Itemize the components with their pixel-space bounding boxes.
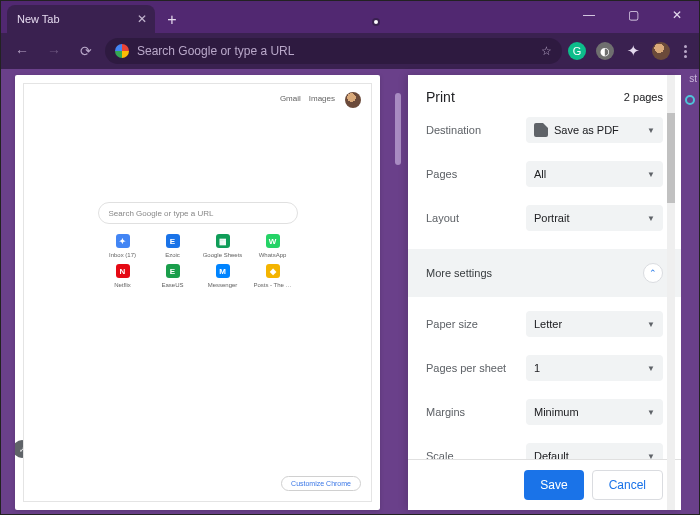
customize-chrome-button: Customize Chrome: [281, 476, 361, 491]
shortcut-icon: M: [216, 264, 230, 278]
shortcut-icon: ◆: [266, 264, 280, 278]
margins-select[interactable]: Minimum▼: [526, 399, 663, 425]
shortcut-label: Ezoic: [165, 252, 180, 258]
maximize-button[interactable]: ▢: [611, 1, 655, 29]
new-tab-button[interactable]: +: [159, 7, 185, 33]
shortcut-item: ✦Inbox (17): [98, 234, 148, 258]
shortcut-label: WhatsApp: [259, 252, 287, 258]
shortcut-label: Posts - The …: [253, 282, 291, 288]
close-icon[interactable]: ✕: [137, 12, 147, 26]
shortcut-item: EEaseUS: [148, 264, 198, 288]
cancel-button[interactable]: Cancel: [592, 470, 663, 500]
chevron-down-icon: ▼: [647, 170, 655, 179]
shortcut-icon: ▦: [216, 234, 230, 248]
scale-label: Scale: [426, 450, 526, 459]
shortcut-label: Google Sheets: [203, 252, 243, 258]
print-dialog: Print 2 pages Destination Save as PDF▼ P…: [408, 75, 681, 510]
shortcut-icon: E: [166, 264, 180, 278]
pages-label: Pages: [426, 168, 526, 180]
shortcut-item: MMessenger: [198, 264, 248, 288]
profile-avatar[interactable]: [652, 42, 670, 60]
shortcut-item: ▦Google Sheets: [198, 234, 248, 258]
preview-page: Gmail Images Search Google or type a URL…: [23, 83, 372, 502]
record-icon: [372, 18, 380, 26]
close-window-button[interactable]: ✕: [655, 1, 699, 29]
extension-icons: G ◐ ✦: [568, 42, 691, 60]
omnibox[interactable]: Search Google or type a URL ☆: [105, 38, 562, 64]
window-titlebar: New Tab ✕ + — ▢ ✕: [1, 1, 699, 33]
layout-label: Layout: [426, 212, 526, 224]
chevron-down-icon: ▼: [647, 408, 655, 417]
scale-select[interactable]: Default▼: [526, 443, 663, 459]
scrollbar-thumb[interactable]: [395, 93, 401, 165]
edge-badge-icon: [685, 95, 695, 105]
google-icon: [115, 44, 129, 58]
page-count: 2 pages: [624, 91, 663, 103]
star-icon[interactable]: ☆: [541, 44, 552, 58]
shortcut-item: WWhatsApp: [248, 234, 298, 258]
shortcut-label: Inbox (17): [109, 252, 136, 258]
window-controls: — ▢ ✕: [567, 1, 699, 29]
edge-text: st: [689, 73, 697, 84]
print-title: Print: [426, 89, 455, 105]
shortcut-item: NNetflix: [98, 264, 148, 288]
save-button[interactable]: Save: [524, 470, 583, 500]
content-area: ⤢ Gmail Images Search Google or type a U…: [1, 69, 699, 515]
shortcut-label: EaseUS: [161, 282, 183, 288]
chevron-down-icon: ▼: [647, 126, 655, 135]
chevron-down-icon: ▼: [647, 452, 655, 460]
forward-button: →: [41, 38, 67, 64]
chevron-down-icon: ▼: [647, 320, 655, 329]
pages-per-sheet-label: Pages per sheet: [426, 362, 526, 374]
preview-search: Search Google or type a URL: [98, 202, 298, 224]
chevron-up-icon: ⌃: [643, 263, 663, 283]
preview-header-links: Gmail Images: [280, 94, 335, 103]
shortcut-label: Messenger: [208, 282, 238, 288]
paper-size-select[interactable]: Letter▼: [526, 311, 663, 337]
extension-icon[interactable]: ◐: [596, 42, 614, 60]
images-link: Images: [309, 94, 335, 103]
more-settings-toggle[interactable]: More settings ⌃: [408, 249, 681, 297]
reload-button[interactable]: ⟳: [73, 38, 99, 64]
paper-size-label: Paper size: [426, 318, 526, 330]
layout-select[interactable]: Portrait▼: [526, 205, 663, 231]
shortcut-icon: E: [166, 234, 180, 248]
address-bar: ← → ⟳ Search Google or type a URL ☆ G ◐ …: [1, 33, 699, 69]
extensions-puzzle-icon[interactable]: ✦: [624, 42, 642, 60]
shortcut-icon: N: [116, 264, 130, 278]
destination-label: Destination: [426, 124, 526, 136]
margins-label: Margins: [426, 406, 526, 418]
back-button[interactable]: ←: [9, 38, 35, 64]
gmail-link: Gmail: [280, 94, 301, 103]
shortcut-item: ◆Posts - The …: [248, 264, 298, 288]
grammarly-icon[interactable]: G: [568, 42, 586, 60]
pages-per-sheet-select[interactable]: 1▼: [526, 355, 663, 381]
panel-scrollbar[interactable]: [667, 75, 675, 510]
shortcut-item: EEzoic: [148, 234, 198, 258]
chrome-menu-button[interactable]: [680, 45, 691, 58]
print-preview-pane: ⤢ Gmail Images Search Google or type a U…: [15, 75, 380, 510]
shortcut-icon: ✦: [116, 234, 130, 248]
chevron-down-icon: ▼: [647, 214, 655, 223]
destination-select[interactable]: Save as PDF▼: [526, 117, 663, 143]
tab-title: New Tab: [17, 13, 60, 25]
page-edge: st: [681, 69, 699, 515]
shortcut-icon: W: [266, 234, 280, 248]
chevron-down-icon: ▼: [647, 364, 655, 373]
pdf-icon: [534, 123, 548, 137]
browser-tab[interactable]: New Tab ✕: [7, 5, 155, 33]
shortcut-label: Netflix: [114, 282, 131, 288]
preview-shortcuts: ✦Inbox (17)EEzoic▦Google SheetsWWhatsApp…: [98, 234, 298, 288]
omnibox-placeholder: Search Google or type a URL: [137, 44, 294, 58]
preview-scrollbar-area: [380, 75, 408, 510]
preview-avatar: [345, 92, 361, 108]
minimize-button[interactable]: —: [567, 1, 611, 29]
pages-select[interactable]: All▼: [526, 161, 663, 187]
